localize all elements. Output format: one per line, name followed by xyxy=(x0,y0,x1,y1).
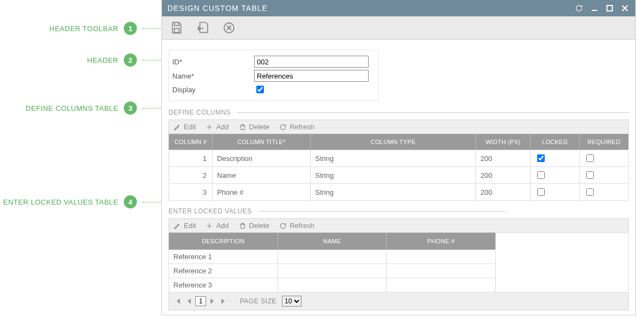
svg-rect-3 xyxy=(174,28,179,33)
define-columns-section-title: DEFINE COLUMNS xyxy=(168,109,629,116)
table-row[interactable]: Reference 1 xyxy=(169,250,496,264)
cancel-icon[interactable] xyxy=(221,20,237,36)
save-icon[interactable] xyxy=(168,20,185,36)
svg-rect-1 xyxy=(607,5,612,11)
add-button[interactable]: Add xyxy=(206,222,228,230)
col-title-header[interactable]: COLUMN TITLE* xyxy=(213,134,311,150)
refresh-button[interactable]: Refresh xyxy=(279,123,315,131)
page-number-input[interactable] xyxy=(195,296,206,306)
locked-checkbox[interactable] xyxy=(537,154,545,162)
table-row[interactable]: 1 Description String 200 xyxy=(169,150,629,167)
maximize-icon[interactable] xyxy=(605,3,615,13)
delete-button[interactable]: Delete xyxy=(239,123,270,131)
required-checkbox[interactable] xyxy=(586,154,594,162)
edit-button[interactable]: Edit xyxy=(173,123,196,131)
refresh-button[interactable]: Refresh xyxy=(279,222,315,230)
svg-rect-2 xyxy=(174,22,179,25)
col-num-header[interactable]: COLUMN # xyxy=(169,134,213,150)
callout-badge-4: 4 xyxy=(124,195,137,208)
callout-define-columns-label: DEFINE COLUMNS TABLE xyxy=(26,104,118,112)
pager: PAGE SIZE 10 xyxy=(168,292,629,310)
locked-values-toolbar: Edit Add Delete Refresh xyxy=(168,218,629,232)
first-page-icon[interactable] xyxy=(173,297,182,306)
prev-page-icon[interactable] xyxy=(184,297,193,306)
header-toolbar xyxy=(162,16,635,40)
name-header[interactable]: NAME xyxy=(278,233,387,250)
col-type-header[interactable]: COLUMN TYPE xyxy=(311,134,476,150)
last-page-icon[interactable] xyxy=(219,297,228,306)
table-row[interactable]: Reference 2 xyxy=(169,264,496,278)
add-button[interactable]: Add xyxy=(206,123,228,131)
required-checkbox[interactable] xyxy=(586,171,594,179)
table-row[interactable]: 3 Phone # String 200 xyxy=(169,184,629,201)
refresh-window-icon[interactable] xyxy=(574,3,584,13)
locked-checkbox[interactable] xyxy=(537,171,545,179)
callout-locked-values-label: ENTER LOCKED VALUES TABLE xyxy=(3,198,118,206)
edit-button[interactable]: Edit xyxy=(173,222,196,230)
minimize-icon[interactable] xyxy=(589,3,599,13)
callout-badge-1: 1 xyxy=(124,22,137,35)
page-size-select[interactable]: 10 xyxy=(282,296,302,307)
col-width-header[interactable]: WIDTH (PX) xyxy=(476,134,531,150)
required-checkbox[interactable] xyxy=(586,188,594,196)
table-row[interactable]: Reference 3 xyxy=(169,278,496,292)
svg-rect-0 xyxy=(592,10,597,11)
locked-checkbox[interactable] xyxy=(537,188,545,196)
display-checkbox[interactable] xyxy=(256,86,264,93)
desc-header[interactable]: DESCRIPTION xyxy=(169,233,278,250)
callout-header-label: HEADER xyxy=(87,56,118,64)
display-label: Display xyxy=(172,86,254,94)
callout-badge-3: 3 xyxy=(124,101,137,115)
window-titlebar: DESIGN CUSTOM TABLE xyxy=(162,0,635,16)
id-input[interactable] xyxy=(254,56,369,68)
name-input[interactable] xyxy=(254,70,369,82)
callout-badge-2: 2 xyxy=(124,53,137,67)
name-label: Name* xyxy=(172,72,254,80)
header-panel: ID* Name* Display xyxy=(168,50,379,101)
phone-header[interactable]: PHONE # xyxy=(387,233,496,250)
design-custom-table-window: DESIGN CUSTOM TABLE xyxy=(161,0,636,315)
close-icon[interactable] xyxy=(620,3,630,13)
delete-button[interactable]: Delete xyxy=(239,222,270,230)
define-columns-toolbar: Edit Add Delete Refresh xyxy=(168,119,629,134)
save-back-icon[interactable] xyxy=(195,20,211,36)
define-columns-table: COLUMN # COLUMN TITLE* COLUMN TYPE WIDTH… xyxy=(168,134,629,201)
next-page-icon[interactable] xyxy=(208,297,217,306)
col-req-header[interactable]: REQUIRED xyxy=(580,134,629,150)
locked-values-section-title: ENTER LOCKED VALUES xyxy=(168,207,505,215)
page-size-label: PAGE SIZE xyxy=(240,297,276,305)
id-label: ID* xyxy=(172,58,254,66)
locked-values-table: DESCRIPTION NAME PHONE # Reference 1 Ref… xyxy=(168,232,496,292)
table-row[interactable]: 2 Name String 200 xyxy=(169,167,629,184)
col-locked-header[interactable]: LOCKED xyxy=(531,134,580,150)
window-title: DESIGN CUSTOM TABLE xyxy=(167,4,268,13)
callout-header-toolbar-label: HEADER TOOLBAR xyxy=(50,25,118,33)
